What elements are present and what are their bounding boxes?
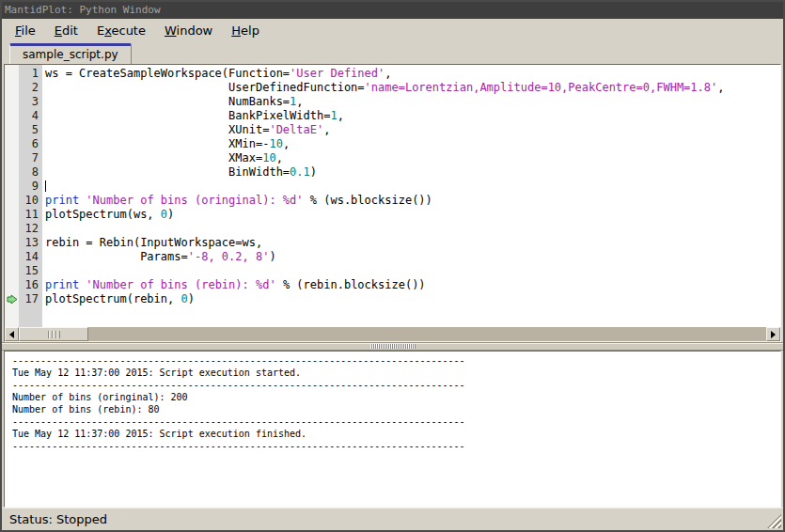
menu-edit[interactable]: Edit [45,19,87,43]
code-line[interactable]: 15 [5,264,780,278]
scroll-left-button[interactable] [5,327,19,341]
code-line[interactable]: 16print 'Number of bins (rebin): %d' % (… [5,278,780,292]
output-line: ----------------------------------------… [12,415,780,428]
code-line[interactable]: 2 UserDefinedFunction='name=Lorentzian,A… [5,81,780,95]
marker-margin [5,165,19,180]
code-line-text[interactable] [42,264,45,278]
code-line-text[interactable]: ws = CreateSampleWorkspace(Function='Use… [42,67,391,81]
line-number: 16 [19,278,42,292]
marker-margin [5,151,19,165]
output-line: ----------------------------------------… [12,379,780,391]
splitter-grip-icon [370,344,416,349]
python-script-window: MantidPlot: Python Window File Edit Exec… [0,0,785,532]
line-number: 1 [19,67,42,81]
pane-splitter[interactable] [2,342,783,351]
code-line[interactable]: 11plotSpectrum(ws, 0) [5,208,780,222]
marker-margin [5,236,19,250]
marker-margin [5,180,19,194]
line-number: 3 [19,95,42,109]
code-line-text[interactable]: BankPixelWidth=1, [42,109,344,123]
marker-margin [5,81,19,95]
code-line[interactable]: 5 XUnit='DeltaE', [5,123,780,137]
scrollbar-thumb[interactable] [19,327,88,341]
code-line-text[interactable]: NumBanks=1, [42,95,304,109]
resize-grip[interactable] [767,514,781,528]
window-title: MantidPlot: Python Window [5,4,161,16]
script-editor[interactable]: 1ws = CreateSampleWorkspace(Function='Us… [4,64,781,342]
script-output-pane[interactable]: ----------------------------------------… [4,351,781,508]
code-line-text[interactable]: plotSpectrum(ws, 0) [42,208,174,222]
left-arrow-icon [9,331,14,338]
marker-margin [5,292,19,306]
line-number: 8 [19,165,42,180]
line-number: 14 [19,250,42,264]
code-line-text[interactable]: print 'Number of bins (rebin): %d' % (re… [42,278,426,292]
execution-arrow-icon [7,294,18,305]
scroll-right-button[interactable] [766,327,780,341]
horizontal-scrollbar[interactable] [5,327,780,341]
menu-window[interactable]: Window [155,19,222,43]
code-line[interactable]: 7 XMax=10, [5,151,780,165]
marker-margin [5,137,19,151]
output-line: Number of bins (rebin): 80 [12,403,780,415]
marker-margin [5,67,19,81]
code-area[interactable]: 1ws = CreateSampleWorkspace(Function='Us… [5,65,780,327]
marker-margin [5,222,19,236]
title-bar[interactable]: MantidPlot: Python Window [2,2,783,19]
code-line[interactable]: 6 XMin=-10, [5,137,780,151]
marker-margin [5,278,19,292]
menu-execute[interactable]: Execute [87,19,155,43]
menu-file[interactable]: File [6,19,45,43]
line-number: 2 [19,81,42,95]
code-line-text[interactable] [42,222,45,236]
line-number: 13 [19,236,42,250]
code-line-text[interactable]: XUnit='DeltaE', [42,123,330,137]
marker-margin [5,194,19,208]
code-line-text[interactable] [42,180,46,194]
line-number: 11 [19,208,42,222]
code-line[interactable]: 17plotSpectrum(rebin, 0) [5,292,780,306]
code-line-text[interactable]: UserDefinedFunction='name=Lorentzian,Amp… [42,81,724,95]
code-line-text[interactable]: rebin = Rebin(InputWorkspace=ws, [42,236,262,250]
code-line-text[interactable]: plotSpectrum(rebin, 0) [42,292,195,306]
tab-sample-script[interactable]: sample_script.py [9,43,132,64]
code-line-text[interactable]: BinWidth=0.1) [42,165,317,180]
code-line[interactable]: 8 BinWidth=0.1) [5,165,780,180]
marker-margin [5,208,19,222]
code-line[interactable]: 4 BankPixelWidth=1, [5,109,780,123]
menu-bar: File Edit Execute Window Help [2,19,783,43]
line-number: 9 [19,180,42,194]
output-line: ----------------------------------------… [12,354,780,367]
tab-bar: sample_script.py [2,43,783,64]
text-caret [45,180,46,192]
code-line-text[interactable]: print 'Number of bins (oringinal): %d' %… [42,194,432,208]
thumb-grip-icon [48,331,60,338]
line-number: 17 [19,292,42,306]
code-line[interactable]: 10print 'Number of bins (oringinal): %d'… [5,194,780,208]
code-line[interactable]: 14 Params='-8, 0.2, 8') [5,250,780,264]
output-line: Tue May 12 11:37:00 2015: Script executi… [12,367,780,379]
code-line[interactable]: 3 NumBanks=1, [5,95,780,109]
status-bar: Status: Stopped [2,508,783,530]
output-line: ----------------------------------------… [12,440,780,452]
code-line-text[interactable]: XMin=-10, [42,137,290,151]
line-number: 10 [19,194,42,208]
line-number: 6 [19,137,42,151]
code-line[interactable]: 9 [5,180,780,194]
line-number: 7 [19,151,42,165]
marker-margin [5,250,19,264]
code-line[interactable]: 12 [5,222,780,236]
line-number: 15 [19,264,42,278]
menu-help[interactable]: Help [222,19,269,43]
line-number: 5 [19,123,42,137]
output-line: Number of bins (oringinal): 200 [12,391,780,403]
scrollbar-track[interactable] [88,327,766,341]
marker-margin [5,95,19,109]
code-line-text[interactable]: XMax=10, [42,151,283,165]
code-line[interactable]: 13rebin = Rebin(InputWorkspace=ws, [5,236,780,250]
tab-label: sample_script.py [23,48,118,61]
code-line[interactable]: 1ws = CreateSampleWorkspace(Function='Us… [5,67,780,81]
output-line: Tue May 12 11:37:00 2015: Script executi… [12,428,780,440]
right-arrow-icon [771,331,776,338]
code-line-text[interactable]: Params='-8, 0.2, 8') [42,250,276,264]
